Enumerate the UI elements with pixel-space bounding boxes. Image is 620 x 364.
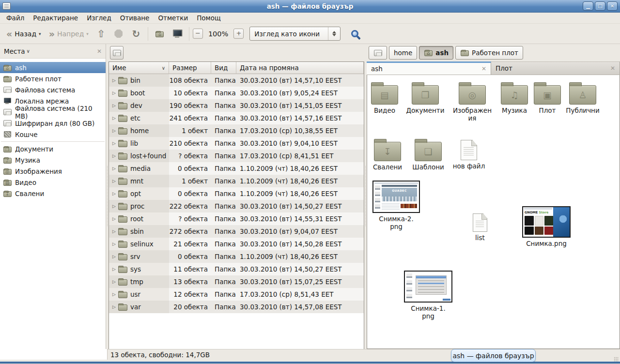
table-row[interactable]: ▷selinux21 обектаПапка30.03.2010 (вт) 14… [109,238,364,250]
grid-item[interactable]: ♙Публични [563,82,602,114]
grid-item[interactable]: нов файл [450,140,488,170]
tab-close-icon[interactable]: ✕ [481,65,486,72]
reload-button[interactable]: ↻ [128,26,144,42]
file-icon-item[interactable]: GNOME StoreСнимка.png [521,206,572,247]
expander-icon[interactable]: ▷ [112,91,116,95]
table-row[interactable]: ▷etc241 обектаПапка30.03.2010 (вт) 14,57… [109,112,364,124]
table-row[interactable]: ▷dev190 обектаПапка30.03.2010 (вт) 14,51… [109,99,364,112]
menu-item[interactable]: Изглед [82,13,116,23]
table-row[interactable]: ▷var20 обектаПапка30.03.2010 (вт) 14,57,… [109,301,364,313]
sidebar-item[interactable]: ◎Изображения [0,166,106,177]
sidebar-item[interactable]: Файлова система [0,84,106,95]
column-header[interactable]: Вид [211,62,236,74]
tab-close-icon[interactable]: ✕ [610,65,615,72]
minimize-button[interactable]: ▁ [583,1,593,11]
back-history-dropdown-icon[interactable]: ▾ [39,31,41,36]
expander-icon[interactable]: ▷ [112,292,116,297]
sidebar-item[interactable]: ·Работен плот [0,73,106,84]
search-button[interactable] [347,27,362,41]
zoom-in-button[interactable]: + [233,29,244,39]
expander-icon[interactable]: ▷ [112,229,116,234]
pane-splitter[interactable] [106,44,108,349]
table-row[interactable]: ▷lost+found? обектаПапка17.03.2010 (ср) … [109,150,364,162]
table-row[interactable]: ▷sys11 обектаПапка30.03.2010 (вт) 14,50,… [109,263,364,275]
expander-icon[interactable]: ▷ [112,216,116,221]
expander-icon[interactable]: ▷ [112,103,116,108]
expander-icon[interactable]: ▷ [112,116,116,121]
path-button[interactable]: home [389,46,417,60]
expander-icon[interactable]: ▷ [112,254,116,259]
file-icon-item[interactable]: GUADECСнимка-2. png [371,181,421,230]
grid-item[interactable]: ❏Шаблони [409,138,448,171]
tab-Плот[interactable]: Плот✕ [491,61,620,75]
table-row[interactable]: ▷mnt1 обектПапка1.10.2009 (чт) 18,40,26 … [109,175,364,187]
column-header[interactable]: Дата на промяна [236,62,364,74]
view-mode-select[interactable]: Изглед като икони [249,27,341,41]
home-button[interactable]: ⌂ [152,26,168,42]
close-button[interactable]: ✕ [607,1,618,11]
menu-item[interactable]: Редактиране [29,13,82,23]
grid-item[interactable]: list [461,213,499,242]
expander-icon[interactable]: ▷ [112,179,116,183]
expander-icon[interactable]: ▷ [112,128,116,133]
back-button[interactable]: « Назад ▾ [3,28,45,40]
table-row[interactable]: ▷srv0 обектаПапка1.10.2009 (чт) 18,40,26… [109,250,364,263]
menu-item[interactable]: Отиване [116,13,154,23]
expander-icon[interactable]: ▷ [112,304,116,309]
column-header[interactable]: Име∨ [109,62,169,74]
table-row[interactable]: ▷lib210 обектаПапка30.03.2010 (вт) 9,04,… [109,137,364,150]
sidebar-item[interactable]: ⌂ash [0,62,106,73]
table-row[interactable]: ▷usr12 обектаПапка17.03.2010 (ср) 8,51,4… [109,288,364,301]
sidebar-item[interactable]: Шифриран дял (80 GB) [0,118,106,129]
up-button[interactable]: ⇧ [93,26,109,42]
table-row[interactable]: ▷home1 обектПапка17.03.2010 (ср) 10,38,5… [109,124,364,137]
expander-icon[interactable]: ▷ [112,141,116,146]
table-row[interactable]: ▷sbin272 обектаПапка30.03.2010 (вт) 9,04… [109,225,364,238]
expander-icon[interactable]: ▷ [112,267,116,272]
sidebar-item[interactable]: ♪Музика [0,154,106,166]
expander-icon[interactable]: ▷ [112,166,116,171]
maximize-button[interactable]: □ [595,1,605,11]
menu-item[interactable]: Отметки [154,13,192,23]
table-row[interactable]: ▷bin108 обектаПапка30.03.2010 (вт) 14,57… [109,74,364,87]
column-header[interactable]: Размер [169,62,211,74]
resize-grip[interactable] [614,357,619,362]
expander-icon[interactable]: ▷ [112,279,116,284]
grid-item[interactable]: ▤Видео [367,82,404,114]
expander-icon[interactable]: ▷ [112,242,116,246]
sidebar-close-icon[interactable]: ✕ [97,48,102,55]
grid-item[interactable]: ◎Изображен ия [453,82,492,122]
table-row[interactable]: ▷boot10 обектаПапка30.03.2010 (вт) 9,05,… [109,87,364,99]
computer-button[interactable] [169,26,186,42]
menu-item[interactable]: Помощ [192,13,225,23]
expander-icon[interactable]: ▷ [112,153,116,158]
file-icon-item[interactable]: Снимка-1. png [403,271,453,320]
path-button[interactable] [369,46,387,60]
sidebar-header[interactable]: Места ∨ ✕ [0,44,106,59]
sidebar-item[interactable]: ❐Документи [0,143,106,154]
tab-ash[interactable]: ash✕ [367,61,491,75]
menu-item[interactable]: Файл [2,13,29,23]
path-button[interactable]: ·Работен плот [455,46,523,60]
icon-view[interactable]: ▤Видео❐Документи◎Изображен ия♫Музика▣Пло… [367,75,620,349]
sidebar-item[interactable]: ▤Видео [0,177,106,188]
grid-item[interactable]: ▣Плот [528,82,567,114]
filesystem-root-button[interactable] [110,46,124,60]
sidebar-item[interactable]: Файлова система (210 MB) [0,106,106,118]
expander-icon[interactable]: ▷ [112,191,116,196]
table-row[interactable]: ▷tmp13 обектаПапка30.03.2010 (вт) 15,07,… [109,275,364,288]
expander-icon[interactable]: ▷ [112,204,116,209]
table-row[interactable]: ▷media0 обектаПапка1.10.2009 (чт) 18,40,… [109,162,364,175]
zoom-out-button[interactable]: − [193,29,203,39]
table-row[interactable]: ▷proc222 обектаПапка30.03.2010 (вт) 14,5… [109,200,364,212]
sidebar-item[interactable]: ↧Свалени [0,188,106,199]
forward-button[interactable]: » Напред ▾ [46,28,92,40]
grid-item[interactable]: ❐Документи [406,82,445,114]
taskbar-window-button[interactable]: ash — файлов браузър [451,349,536,362]
grid-item[interactable]: ↧Свалени [368,138,407,171]
table-row[interactable]: ▷root? обектаПапка30.03.2010 (вт) 14,55,… [109,212,364,225]
expander-icon[interactable]: ▷ [112,78,116,83]
path-button[interactable]: ⌂ash [419,46,453,60]
table-row[interactable]: ▷opt0 обектаПапка1.10.2009 (чт) 18,40,26… [109,187,364,200]
sidebar-item[interactable]: Кошче [0,129,106,140]
